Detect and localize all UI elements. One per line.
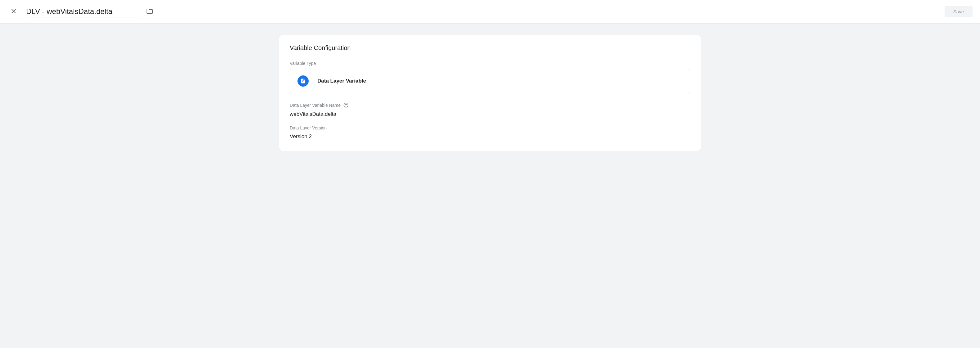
header-bar: Save bbox=[0, 0, 980, 24]
variable-type-selector[interactable]: Data Layer Variable bbox=[290, 69, 690, 93]
save-button[interactable]: Save bbox=[945, 6, 972, 17]
variable-config-card: Variable Configuration Variable Type Dat… bbox=[279, 35, 701, 151]
variable-name-input[interactable] bbox=[26, 6, 138, 17]
svg-point-1 bbox=[345, 106, 346, 106]
close-icon bbox=[10, 8, 18, 16]
dlv-version-value: Version 2 bbox=[290, 133, 690, 140]
content-area: Variable Configuration Variable Type Dat… bbox=[0, 24, 980, 348]
document-icon bbox=[298, 75, 309, 87]
folder-icon bbox=[146, 8, 153, 16]
dlv-name-value: webVitalsData.delta bbox=[290, 111, 690, 117]
variable-type-label: Variable Type bbox=[290, 61, 690, 66]
close-button[interactable] bbox=[8, 5, 20, 18]
dlv-version-label: Data Layer Version bbox=[290, 125, 690, 130]
dlv-name-label: Data Layer Variable Name bbox=[290, 102, 690, 108]
help-icon[interactable] bbox=[343, 102, 349, 108]
folder-button[interactable] bbox=[144, 6, 155, 18]
section-title: Variable Configuration bbox=[290, 44, 690, 52]
variable-type-name: Data Layer Variable bbox=[317, 78, 366, 84]
